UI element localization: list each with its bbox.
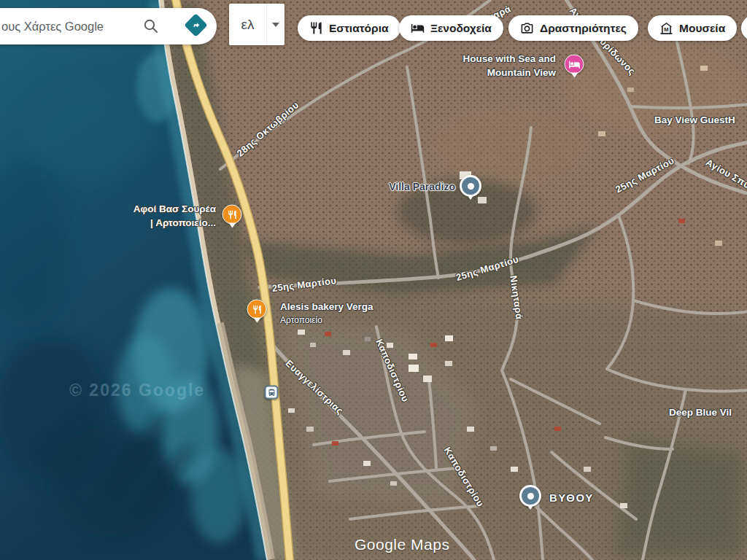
directions-arrow-icon (190, 19, 202, 31)
pin-tail (253, 318, 260, 323)
restaurant-icon (247, 300, 267, 319)
place-label-line: | Αρτοποιείο... (133, 216, 216, 230)
language-label: ελ (229, 17, 266, 33)
place-label-line: House with Sea and (462, 52, 556, 66)
place-label[interactable]: Deep Blue Vil (669, 405, 732, 419)
chip-label: Ξενοδοχεία (430, 22, 492, 35)
place-layer: House with Sea andMountain ViewBay View … (0, 0, 747, 560)
hotel-bed-icon (565, 55, 584, 74)
place-label-line: Bay View GuestH (654, 113, 735, 127)
pin-tail (228, 223, 236, 228)
place-label[interactable]: Bay View GuestH (654, 113, 735, 127)
chip-hotels[interactable]: Ξενοδοχεία (399, 15, 503, 41)
chip-activities[interactable]: Δραστηριότητες (508, 15, 638, 41)
activities-icon (520, 21, 534, 35)
chip-label: Εστιατόρια (329, 22, 389, 35)
chip-label: Δραστηριότητες (540, 22, 627, 35)
pin-tail (467, 195, 474, 200)
generic-pin[interactable] (460, 175, 481, 197)
restaurant-icon (222, 205, 242, 225)
place-label[interactable]: Villa Paradizo (389, 180, 455, 194)
museums-icon: M (659, 21, 673, 35)
pin-tail (570, 73, 578, 78)
restaurant-pin[interactable] (222, 205, 242, 225)
google-maps-watermark: Google Maps (355, 536, 449, 553)
directions-button[interactable] (186, 15, 206, 35)
place-dot-icon (519, 485, 541, 507)
place-label[interactable]: ΒΥΘΟΥ (549, 491, 594, 505)
place-dot-icon (460, 175, 481, 197)
svg-text:M: M (664, 26, 668, 32)
language-switcher[interactable]: ελ (229, 4, 285, 45)
pin-tail (527, 505, 534, 510)
chip-restaurants[interactable]: Εστιατόρια (298, 15, 400, 41)
place-label-line: Alesis bakery Verga (280, 300, 374, 314)
place-label-line: Deep Blue Vil (669, 405, 732, 419)
bus-stop-icon[interactable] (265, 386, 279, 400)
place-label-line: Mountain View (462, 66, 556, 79)
generic-pin[interactable] (519, 485, 541, 507)
place-label[interactable]: Αφοί Βασ Σουρέα| Αρτοποιείο... (133, 202, 216, 230)
place-label-line: Villa Paradizo (389, 180, 455, 194)
chevron-down-icon[interactable] (267, 23, 285, 27)
restaurants-icon (309, 21, 323, 35)
hotels-icon (411, 21, 425, 35)
search-icon[interactable] (142, 18, 160, 35)
google-maps-app: © 2026 Google ΝικηταράΑγίου Σπυρίδωνος28… (0, 0, 747, 560)
place-label-subtitle: Αρτοποιείο (280, 314, 374, 327)
chip-museums[interactable]: MΜουσεία (648, 15, 737, 41)
place-label[interactable]: Alesis bakery VergaΑρτοποιείο (280, 300, 374, 327)
place-label[interactable]: House with Sea andMountain View (462, 52, 556, 79)
hotel-pin[interactable] (565, 55, 584, 74)
restaurant-pin[interactable] (247, 300, 267, 319)
place-label-line: ΒΥΘΟΥ (549, 491, 594, 505)
search-bar[interactable]: ους Χάρτες Google (0, 8, 217, 44)
chip-label: Μουσεία (679, 22, 725, 35)
place-label-line: Αφοί Βασ Σουρέα (133, 202, 216, 216)
search-input[interactable]: ους Χάρτες Google (1, 20, 104, 34)
